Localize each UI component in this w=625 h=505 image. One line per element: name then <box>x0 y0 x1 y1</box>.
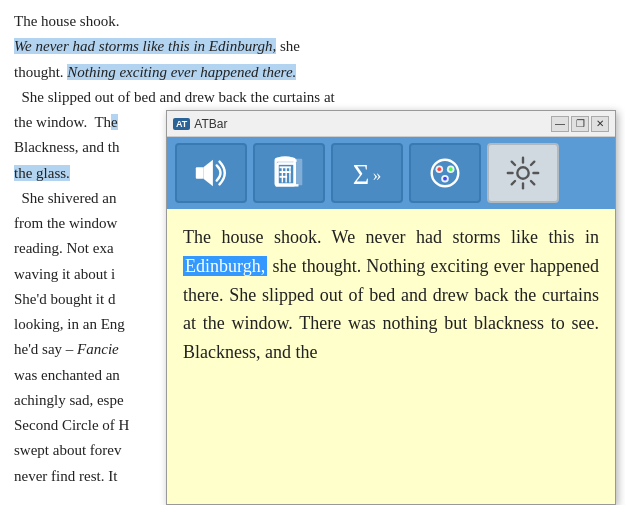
svg-point-21 <box>437 167 441 171</box>
speaker-icon <box>192 154 230 192</box>
atbar-titlebar: AT ATBar — ❐ ✕ <box>167 111 615 137</box>
text-to-speech-button[interactable] <box>175 143 247 203</box>
at-logo: AT <box>173 118 190 130</box>
content-text-before: The house shook. We never had storms lik… <box>183 227 599 247</box>
svg-line-29 <box>512 162 515 165</box>
close-button[interactable]: ✕ <box>591 116 609 132</box>
svg-line-30 <box>531 181 534 184</box>
atbar-toolbar: Σ » <box>167 137 615 209</box>
bg-selected-1: We never had storms like this in Edinbur… <box>14 38 276 54</box>
svg-line-32 <box>512 181 515 184</box>
bg-line-3: thought. Nothing exciting ever happened … <box>14 61 611 84</box>
bg-line-2: We never had storms like this in Edinbur… <box>14 35 611 58</box>
settings-icon <box>504 154 542 192</box>
svg-marker-1 <box>203 160 213 187</box>
edinburgh-highlight: Edinburgh, <box>183 256 267 276</box>
dictionary-icon <box>270 154 308 192</box>
atbar-window: AT ATBar — ❐ ✕ <box>166 110 616 505</box>
bg-selected-3: e <box>111 114 118 130</box>
svg-point-23 <box>443 177 447 181</box>
svg-point-22 <box>449 167 453 171</box>
colour-overlay-button[interactable] <box>409 143 481 203</box>
svg-line-31 <box>531 162 534 165</box>
bg-selected-2: Nothing exciting ever happened there. <box>67 64 296 80</box>
bg-line-4: She slipped out of bed and drew back the… <box>14 86 611 109</box>
minimize-button[interactable]: — <box>551 116 569 132</box>
window-controls: — ❐ ✕ <box>551 116 609 132</box>
summarise-button[interactable]: Σ » <box>331 143 403 203</box>
bg-line-1: The house shook. <box>14 10 611 33</box>
svg-text:Σ: Σ <box>353 159 370 190</box>
svg-rect-0 <box>196 167 204 178</box>
sigma-icon: Σ » <box>348 154 386 192</box>
svg-point-24 <box>517 167 528 178</box>
settings-button[interactable] <box>487 143 559 203</box>
svg-text:»: » <box>373 166 382 185</box>
restore-button[interactable]: ❐ <box>571 116 589 132</box>
atbar-title: ATBar <box>194 117 547 131</box>
atbar-content[interactable]: The house shook. We never had storms lik… <box>167 209 615 504</box>
bg-selected-4: the glass. <box>14 165 70 181</box>
colour-icon <box>426 154 464 192</box>
dictionary-button[interactable] <box>253 143 325 203</box>
